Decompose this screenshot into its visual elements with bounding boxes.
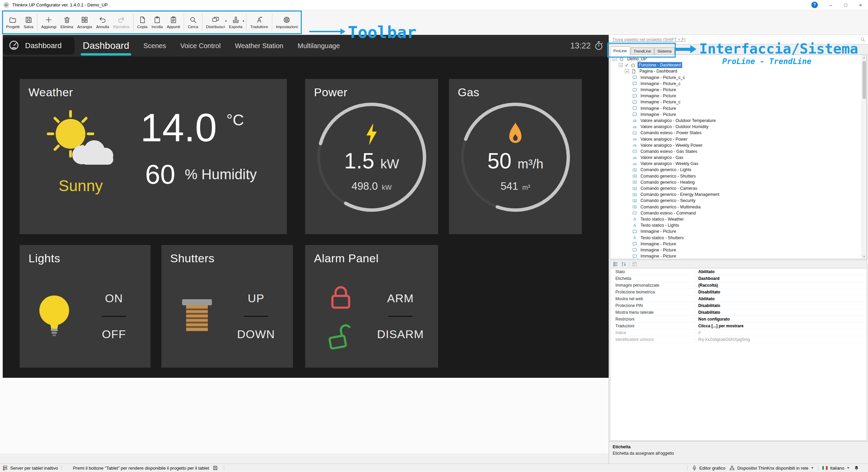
panel-tab[interactable]: ProLine [610,46,630,55]
tree-item[interactable]: ✓ Valore analogico - Power [610,136,867,142]
tree-item-label[interactable]: Immagine - Picture_c [639,99,682,105]
tree-collapse-icon[interactable] [619,63,623,67]
Immagini personalizzate[interactable]: Immagini personalizzate (Raccolta) [610,282,867,289]
tree-item-label[interactable]: Testo statico - Lights [639,223,680,228]
tree-item[interactable]: ✓ Funzione - Dashboard [610,62,867,68]
property-value[interactable]: (Raccolta) [695,283,867,288]
tree-item[interactable]: ✓ Comando generico - Lights [610,167,867,173]
toolbar-button[interactable]: Traduttore ▼ [248,12,270,33]
tree-item-label[interactable]: Valore analogico - Weekly Power [639,143,704,148]
Protezione biometrica[interactable]: Protezione biometrica Disabilitato [610,289,867,295]
tree-item-label[interactable]: Comando generico - Multimedia [639,204,702,210]
tree-item[interactable]: ✓ Immagine - Picture_c [610,99,867,105]
toolbar-button[interactable]: Copia ▼ [135,12,150,33]
Mostra menu laterale[interactable]: Mostra menu laterale Disabilitato [610,309,867,316]
weather-card[interactable]: Weather [20,79,287,234]
tree-item[interactable]: ✓ Comando generico - Cameras [610,185,867,191]
property-value[interactable]: 0 [695,330,867,335]
toolbar-button[interactable]: ▼ [246,14,246,31]
tree-item-label[interactable]: Immagine - Picture [639,253,677,259]
scroll-up-icon[interactable]: ▲ [862,56,866,59]
shutters-card[interactable]: Shutters [161,245,293,368]
toolbar-button[interactable]: Salva ▼ [22,12,36,33]
lights-off-button[interactable]: OFF [102,328,126,341]
tree-item-label[interactable]: Immagine - Picture [639,112,677,117]
property-value[interactable]: Non configurato [695,317,867,322]
tree-item[interactable]: ✓ Immagine - Picture [610,247,867,253]
tree-item[interactable]: ✓ Comando generico - Security [610,198,867,204]
property-value[interactable]: Clicca [...] per mostrare [695,324,867,328]
chevron-down-icon[interactable]: ▼ [242,20,245,23]
dashboard-tab[interactable]: Weather Station [235,42,283,50]
tree-item[interactable]: ✓ Comando generico - Heating [610,179,867,185]
properties-toolbar-icon[interactable]: AZ [621,261,627,267]
tree-item-label[interactable]: Valore analogico - Outdoor Temperature [639,118,717,123]
status-item[interactable]: Editor grafico ▼ [692,465,726,471]
panel-tab[interactable]: TrendLine [631,47,654,55]
power-card[interactable]: Power 1.5 kW [305,79,438,234]
close-button[interactable]: × [853,0,868,10]
tree-item[interactable]: ✓ Comando generico - Shutters [610,173,867,179]
dashboard-canvas[interactable]: Dashboard Dashboard Scenes Voice Control… [3,35,609,378]
tree-item-label[interactable]: Comando generico - Energy Management [639,192,721,197]
tree-item-label[interactable]: Comando generico - Heating [639,180,696,185]
dashboard-tab[interactable]: Scenes [143,42,166,50]
Protezione PIN[interactable]: Protezione PIN Disabilitato [610,302,867,309]
tree-item[interactable]: ✓ Testo statico - Weather [610,216,867,222]
tree-item[interactable]: ✓ Comando generico - Multimedia [610,204,867,210]
property-value[interactable]: Rq-XxZddgkabGbNXpig5mg [695,337,867,342]
tree-item-label[interactable]: Valore analogico - Weekly Gas [639,161,699,166]
Stato[interactable]: Stato Abilitato [610,268,867,275]
tree-item-label[interactable]: Immagine - Picture [639,229,677,234]
toolbar-button[interactable]: Cerca ▼ [186,12,200,33]
toolbar-button[interactable]: Incolla ▼ [150,12,165,33]
status-item[interactable]: Italiano ▼ [822,465,850,471]
properties-toolbar-icon[interactable] [629,262,629,267]
property-value[interactable]: Disabilitato [695,303,867,308]
status-item[interactable]: Dispositivi ThinKnx disponibili in rete … [729,465,814,471]
toolbar-button[interactable]: ▼ [133,14,134,31]
toolbar-button[interactable]: Aggiungi ▼ [39,12,58,33]
toolbar-button[interactable]: ▼ [202,14,202,31]
tree-item-label[interactable]: Comando esteso - Command [639,210,697,216]
tree-item[interactable]: ✓ Demo_UP [610,56,867,62]
tree-item[interactable]: ✓ Immagine - Picture_c [610,81,867,87]
property-value[interactable]: Dashboard [695,276,867,281]
tree-item[interactable]: ✓ Comando esteso - Power States [610,130,867,136]
scrollbar-thumb[interactable] [863,61,866,99]
tree-item-label[interactable]: Immagine - Picture [639,241,677,247]
Etichetta[interactable]: Etichetta Dashboard [610,275,867,282]
property-value[interactable]: Disabilitato [695,310,867,315]
tree-item[interactable]: ✓ Testo statico - Shutters [610,234,867,241]
tree-item[interactable]: ✓ Immagine - Picture [610,93,867,99]
tree-item-label[interactable]: Immagine - Picture [639,93,677,99]
toolbar-button[interactable]: Annulla ▼ [94,12,111,33]
shutters-up-button[interactable]: UP [248,292,264,305]
status-item[interactable]: ▼ [687,466,688,471]
toolbar-button[interactable]: Progetti ▼ [4,12,22,33]
tree-item-label[interactable]: Testo statico - Shutters [639,235,685,241]
tree-item[interactable]: ✓ Valore analogico - Outdoor Humidity [610,124,867,130]
tree-item[interactable]: ✓ Valore analogico - Weekly Gas [610,161,867,167]
Restrizioni[interactable]: Restrizioni Non configurato [610,316,867,323]
status-item[interactable]: ▼ [818,466,818,471]
tree-item[interactable]: ✓ Comando esteso - Gas States [610,148,867,155]
tree-item[interactable]: ✓ Immagine - Picture [610,228,867,234]
tree-item-label[interactable]: Comando generico - Shutters [639,173,697,179]
tree-item-label[interactable]: Testo statico - Weather [639,217,685,222]
tree-item-label[interactable]: Pagina - Dashboard [638,68,678,74]
alarm-arm-button[interactable]: ARM [387,292,414,305]
tree-item[interactable]: ✓ Valore analogico - Outdoor Temperature [610,118,867,124]
tree-item-label[interactable]: Immagine - Picture [639,87,677,93]
tree-item[interactable]: ✓ Testo statico - Lights [610,222,867,228]
toolbar-button[interactable]: Elimina ▼ [58,12,75,33]
tree-item-label[interactable]: Immagine - Picture_c_c [639,75,686,80]
toolbar-button[interactable]: Esporta ▼ [227,12,244,33]
alarm-card[interactable]: Alarm Panel [305,245,438,368]
tree-item-label[interactable]: Comando generico - Lights [639,167,692,172]
tree-item[interactable]: ✓ Immagine - Picture_c_c [610,75,867,81]
tree-item-label[interactable]: Valore analogico - Gas [639,155,684,160]
lights-card[interactable]: Lights ON OFF [20,245,151,368]
scroll-down-icon[interactable]: ▼ [862,255,866,258]
toolbar-button[interactable]: Ripristina ▼ [111,12,132,33]
